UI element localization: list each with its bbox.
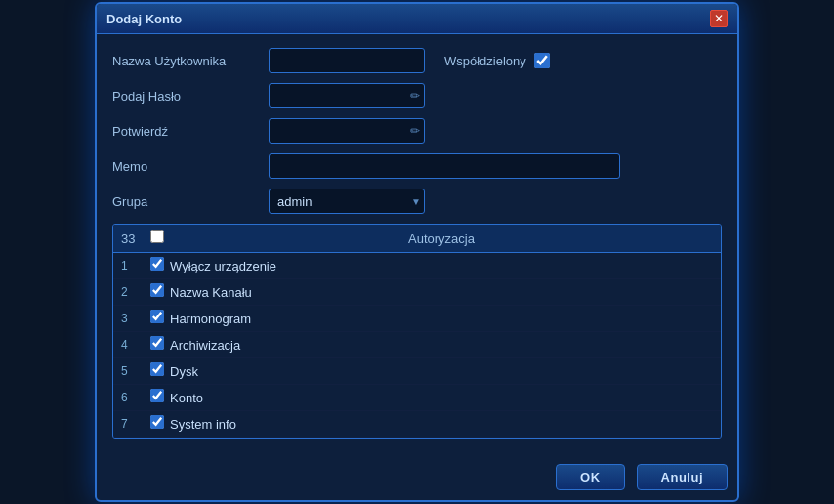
auth-row-label-3: Harmonogram <box>170 312 713 326</box>
auth-row-label-7: System info <box>170 417 713 432</box>
group-row: Grupa admin user guest ▼ <box>112 189 722 214</box>
username-input[interactable] <box>269 48 425 73</box>
auth-row-num-2: 2 <box>121 285 150 299</box>
auth-checkbox-5[interactable] <box>150 362 164 376</box>
close-button[interactable]: ✕ <box>710 10 728 27</box>
auth-row-label-1: Wyłącz urządzenie <box>170 259 713 273</box>
cancel-button[interactable]: Anuluj <box>637 464 728 490</box>
auth-row-label-5: Dysk <box>170 364 713 379</box>
confirm-input-wrap: ✏ <box>269 118 425 144</box>
auth-row-2: 2 Nazwa Kanału <box>113 279 721 306</box>
shared-label: Współdzielony <box>444 54 526 68</box>
auth-row-5: 5 Dysk <box>113 358 721 385</box>
auth-select-all-checkbox[interactable] <box>150 230 164 243</box>
username-label: Nazwa Użytkownika <box>112 54 269 68</box>
password-input-wrap: ✏ <box>269 83 425 108</box>
auth-checkbox-2[interactable] <box>150 283 164 297</box>
group-label: Grupa <box>112 194 269 209</box>
auth-row-label-6: Konto <box>170 391 713 405</box>
memo-input[interactable] <box>269 153 620 179</box>
add-account-dialog: Dodaj Konto ✕ Nazwa Użytkownika Współdzi… <box>95 2 739 502</box>
password-label: Podaj Hasło <box>112 89 269 104</box>
auth-row-label-2: Nazwa Kanału <box>170 285 713 300</box>
memo-row: Memo <box>112 153 722 179</box>
password-row: Podaj Hasło ✏ <box>112 83 722 108</box>
auth-row-8: 8 Log info <box>113 438 721 439</box>
title-bar: Dodaj Konto ✕ <box>97 4 737 34</box>
auth-table-container: 33 Autoryzacja 1 Wyłącz urządzenie 2 <box>112 224 722 439</box>
username-row: Nazwa Użytkownika Współdzielony <box>112 48 722 73</box>
confirm-row: Potwierdź ✏ <box>112 118 722 144</box>
auth-row-label-4: Archiwizacja <box>170 338 713 353</box>
auth-row-6: 6 Konto <box>113 385 721 411</box>
confirm-eye-icon[interactable]: ✏ <box>410 124 420 138</box>
confirm-label: Potwierdź <box>112 124 269 139</box>
shared-checkbox[interactable] <box>534 53 550 68</box>
auth-row-num-5: 5 <box>121 364 150 378</box>
auth-row-num-1: 1 <box>121 259 150 273</box>
auth-header-checkbox-wrap <box>150 230 170 247</box>
auth-row-4: 4 Archiwizacja <box>113 332 721 358</box>
confirm-input[interactable] <box>269 118 425 144</box>
auth-checkbox-6[interactable] <box>150 389 164 402</box>
shared-section: Współdzielony <box>444 53 550 68</box>
auth-row-3: 3 Harmonogram <box>113 306 721 332</box>
group-select[interactable]: admin user guest <box>269 189 425 214</box>
dialog-title: Dodaj Konto <box>106 12 182 26</box>
auth-row-7: 7 System info <box>113 411 721 438</box>
dialog-body: Nazwa Użytkownika Współdzielony Podaj Ha… <box>97 34 737 458</box>
auth-row-1: 1 Wyłącz urządzenie <box>113 253 721 279</box>
auth-header-title: Autoryzacja <box>170 231 713 246</box>
ok-button[interactable]: OK <box>556 464 625 490</box>
auth-checkbox-3[interactable] <box>150 310 164 323</box>
auth-checkbox-4[interactable] <box>150 336 164 350</box>
memo-label: Memo <box>112 159 269 174</box>
auth-header-num: 33 <box>121 231 150 246</box>
password-input[interactable] <box>269 83 425 108</box>
auth-checkbox-7[interactable] <box>150 415 164 429</box>
auth-row-num-3: 3 <box>121 312 150 325</box>
password-eye-icon[interactable]: ✏ <box>410 89 420 103</box>
auth-row-num-7: 7 <box>121 417 150 431</box>
auth-row-num-6: 6 <box>121 391 150 404</box>
group-select-wrap: admin user guest ▼ <box>269 189 425 214</box>
auth-table-header: 33 Autoryzacja <box>113 225 721 253</box>
auth-row-num-4: 4 <box>121 338 150 352</box>
footer-buttons: OK Anuluj <box>97 458 737 500</box>
auth-checkbox-1[interactable] <box>150 257 164 271</box>
